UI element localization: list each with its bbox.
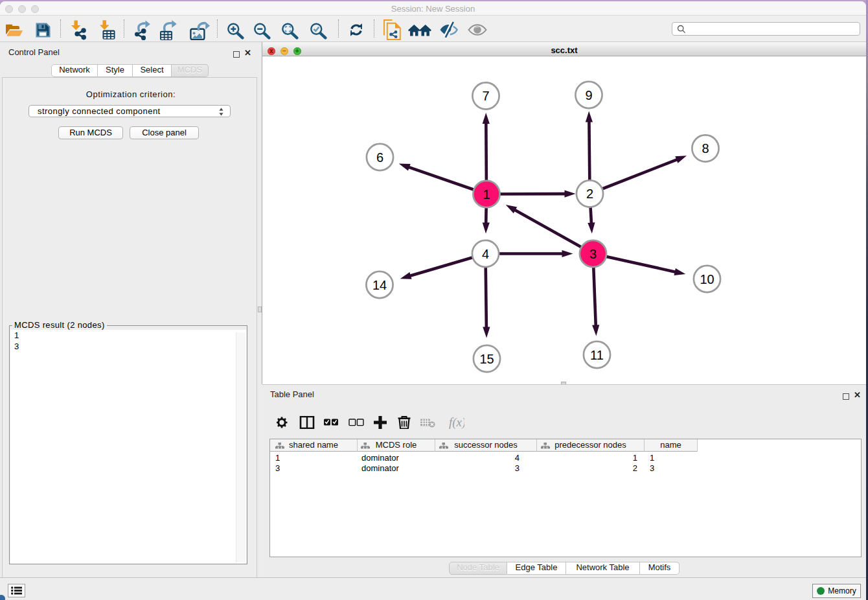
svg-text:15: 15 bbox=[479, 352, 494, 366]
svg-text:9: 9 bbox=[585, 88, 592, 102]
svg-text:3: 3 bbox=[589, 247, 597, 261]
svg-text:8: 8 bbox=[702, 141, 709, 156]
svg-text:2: 2 bbox=[586, 187, 593, 201]
svg-text:1: 1 bbox=[483, 187, 490, 202]
svg-text:6: 6 bbox=[376, 150, 383, 165]
svg-text:14: 14 bbox=[372, 278, 387, 292]
svg-text:7: 7 bbox=[482, 89, 489, 103]
svg-text:f(x): f(x) bbox=[449, 416, 464, 429]
svg-text:10: 10 bbox=[700, 272, 714, 286]
svg-text:4: 4 bbox=[482, 247, 489, 261]
svg-text:11: 11 bbox=[590, 348, 604, 362]
